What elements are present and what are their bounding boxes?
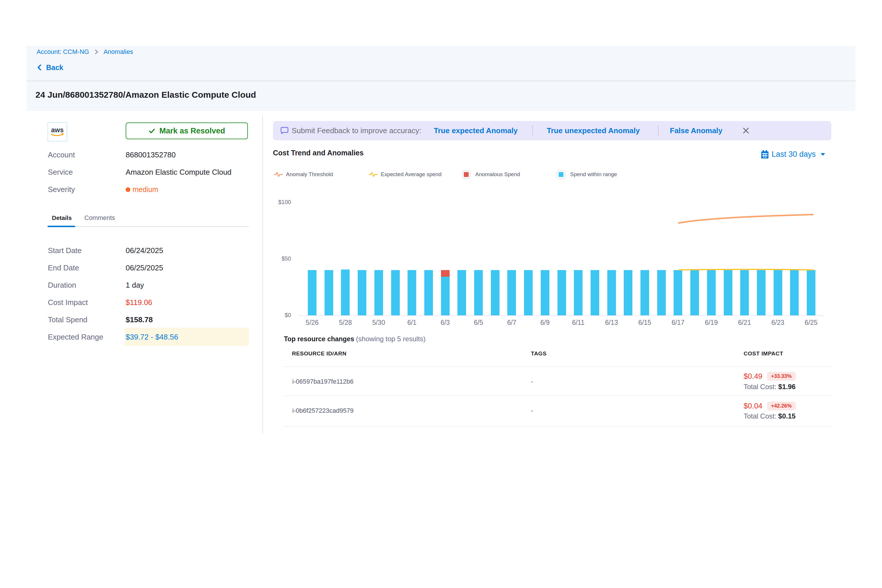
svg-text:aws: aws	[51, 126, 63, 134]
